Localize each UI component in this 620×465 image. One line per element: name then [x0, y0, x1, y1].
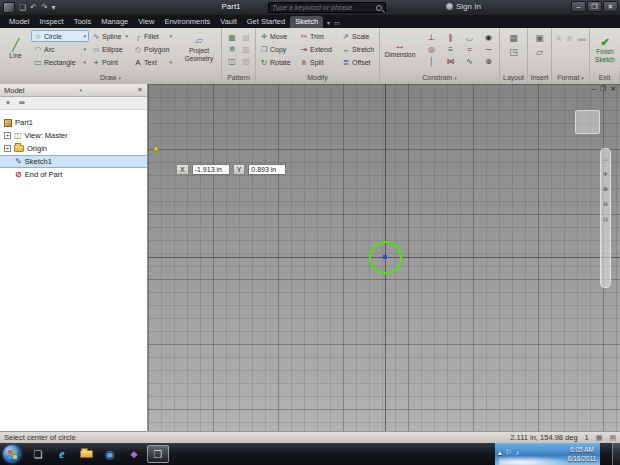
- constraint-vertical-icon[interactable]: │: [422, 55, 441, 67]
- constraint-horizontal-icon[interactable]: ─: [479, 43, 498, 55]
- show-desktop-button[interactable]: [612, 443, 620, 465]
- tool-point[interactable]: + Point: [89, 56, 131, 68]
- chevron-down-icon[interactable]: ▾: [83, 46, 86, 52]
- sketch-canvas[interactable]: X -1.913 in Y 0.893 in ⌂ ✛ ⊕ ⊖ ◎ – ❐ ✕: [148, 84, 620, 431]
- format-panel-label[interactable]: Format▾: [552, 71, 590, 84]
- tool-rectangle[interactable]: ▭ Rectangle ▾: [31, 56, 89, 68]
- tool-offset[interactable]: ≣Offset: [340, 56, 380, 69]
- format-linetype-icon[interactable]: ≋: [566, 34, 573, 43]
- tool-polygon[interactable]: ◇ Polygon: [131, 43, 175, 55]
- search-icon[interactable]: [376, 5, 382, 11]
- sketch-point[interactable]: [154, 147, 158, 151]
- insert-points-icon[interactable]: ▱: [536, 47, 543, 57]
- line-tool-button[interactable]: ╱ Line: [2, 30, 29, 68]
- constraint-equal-icon[interactable]: =: [460, 43, 479, 55]
- tool-scale[interactable]: ⇗Scale: [340, 30, 380, 43]
- zoom-in-icon[interactable]: ⊕: [603, 185, 608, 192]
- taskbar-clock[interactable]: 6:05 AM 6/16/2011: [560, 445, 604, 463]
- expand-icon[interactable]: +: [4, 145, 11, 152]
- zoom-out-icon[interactable]: ⊖: [603, 200, 608, 207]
- chevron-down-icon[interactable]: ▾: [125, 33, 128, 39]
- tool-arc[interactable]: ◠ Arc ▾: [31, 43, 89, 55]
- view-cube[interactable]: [575, 110, 600, 134]
- pattern-extra-icon[interactable]: ▧: [239, 55, 253, 67]
- grid-display-icon[interactable]: ▦: [596, 434, 603, 442]
- tool-copy[interactable]: ❐Copy: [258, 43, 298, 56]
- start-button[interactable]: [3, 445, 21, 463]
- tool-move[interactable]: ✛Move: [258, 30, 298, 43]
- constraint-tangent-icon[interactable]: ◡: [460, 31, 479, 43]
- pattern-extra-icon[interactable]: ▤: [239, 31, 253, 43]
- browser-close-icon[interactable]: ✕: [137, 86, 143, 94]
- media-player-icon[interactable]: ◉: [99, 445, 121, 463]
- inventor-taskbar-button[interactable]: ❒: [147, 445, 169, 463]
- minimize-button[interactable]: –: [571, 1, 586, 12]
- tab-sketch[interactable]: Sketch: [290, 16, 323, 28]
- volume-icon[interactable]: ♪: [516, 449, 520, 457]
- doc-minimize-icon[interactable]: –: [592, 85, 596, 93]
- tool-text[interactable]: A Text ▾: [131, 56, 175, 68]
- precise-input-icon[interactable]: ▤: [609, 434, 616, 442]
- tab-environments[interactable]: Environments: [159, 16, 215, 28]
- constraint-perpendicular-icon[interactable]: ⊥: [422, 31, 441, 43]
- insert-panel-label[interactable]: Insert: [528, 71, 552, 84]
- pattern-panel-label[interactable]: Pattern: [222, 71, 256, 84]
- finish-sketch-button[interactable]: ✔ Finish Sketch: [592, 30, 618, 69]
- filter-icon[interactable]: ▼: [5, 100, 11, 106]
- insert-image-icon[interactable]: ▣: [535, 33, 544, 43]
- draw-panel-label[interactable]: Draw▾: [0, 71, 222, 84]
- new-doc-icon[interactable]: ❏: [19, 2, 26, 13]
- taskbar-app-icon[interactable]: ◆: [123, 445, 145, 463]
- redo-icon[interactable]: ↷: [41, 2, 48, 13]
- dimension-button[interactable]: ↔ Dimension: [382, 30, 418, 68]
- tool-circle[interactable]: ○ Circle ▾: [31, 30, 89, 42]
- chevron-down-icon[interactable]: ▾: [83, 33, 86, 39]
- chevron-down-icon[interactable]: ▾: [169, 33, 172, 39]
- layout-grid-icon[interactable]: ▦: [509, 33, 518, 43]
- format-text-icon[interactable]: A: [556, 34, 561, 43]
- taskbar-app-icon[interactable]: ❏: [27, 445, 49, 463]
- tree-item-origin[interactable]: + Origin: [0, 142, 147, 155]
- tool-trim[interactable]: ✄Trim: [298, 30, 340, 43]
- tab-model[interactable]: Model: [4, 16, 34, 28]
- constrain-panel-label[interactable]: Constrain▾: [380, 71, 500, 84]
- doc-restore-icon[interactable]: ❐: [600, 85, 606, 93]
- constraint-collinear-icon[interactable]: ≡: [441, 43, 460, 55]
- search-input[interactable]: [272, 4, 376, 11]
- tree-item-part1[interactable]: Part1: [0, 116, 147, 129]
- layout-block-icon[interactable]: ◳: [509, 47, 518, 57]
- tool-extend[interactable]: ⇥Extend: [298, 43, 340, 56]
- tool-fillet[interactable]: ╭ Fillet ▾: [131, 30, 175, 42]
- tab-get-started[interactable]: Get Started: [242, 16, 290, 28]
- constraint-coincident-icon[interactable]: ◉: [479, 31, 498, 43]
- chevron-down-icon[interactable]: ▾: [80, 87, 83, 93]
- find-icon[interactable]: ∞: [19, 99, 25, 107]
- tab-manage[interactable]: Manage: [96, 16, 133, 28]
- undo-icon[interactable]: ↶: [30, 2, 37, 13]
- chevron-down-icon[interactable]: ▾: [83, 59, 86, 65]
- show-hidden-icons[interactable]: ▴: [498, 449, 502, 457]
- tool-split[interactable]: ⋔Split: [298, 56, 340, 69]
- action-center-icon[interactable]: ⚐: [506, 449, 512, 457]
- app-icon[interactable]: [3, 2, 15, 13]
- pattern-extra-icon[interactable]: ▥: [239, 43, 253, 55]
- tree-item-view-master[interactable]: + ◫ View: Master: [0, 129, 147, 142]
- tab-inspect[interactable]: Inspect: [34, 16, 68, 28]
- tab-overflow-icon[interactable]: ▾: [327, 19, 330, 28]
- tab-tools[interactable]: Tools: [69, 16, 97, 28]
- ribbon-minimize-icon[interactable]: ▭: [334, 19, 340, 28]
- constraint-parallel-icon[interactable]: ∥: [441, 31, 460, 43]
- constraint-symmetric-icon[interactable]: ⋈: [441, 55, 460, 67]
- constraint-smooth-icon[interactable]: ∿: [460, 55, 479, 67]
- mirror-icon[interactable]: ◫: [225, 55, 239, 67]
- modify-panel-label[interactable]: Modify: [256, 71, 380, 84]
- home-view-icon[interactable]: ⌂: [604, 156, 608, 162]
- tab-vault[interactable]: Vault: [215, 16, 242, 28]
- orbit-icon[interactable]: ◎: [603, 215, 608, 222]
- rectangular-pattern-icon[interactable]: ▦: [225, 31, 239, 43]
- pan-icon[interactable]: ✛: [603, 170, 608, 177]
- constraint-concentric-icon[interactable]: ◎: [422, 43, 441, 55]
- expand-icon[interactable]: +: [4, 132, 11, 139]
- close-button[interactable]: ✕: [603, 1, 618, 12]
- chevron-down-icon[interactable]: ▾: [169, 59, 172, 65]
